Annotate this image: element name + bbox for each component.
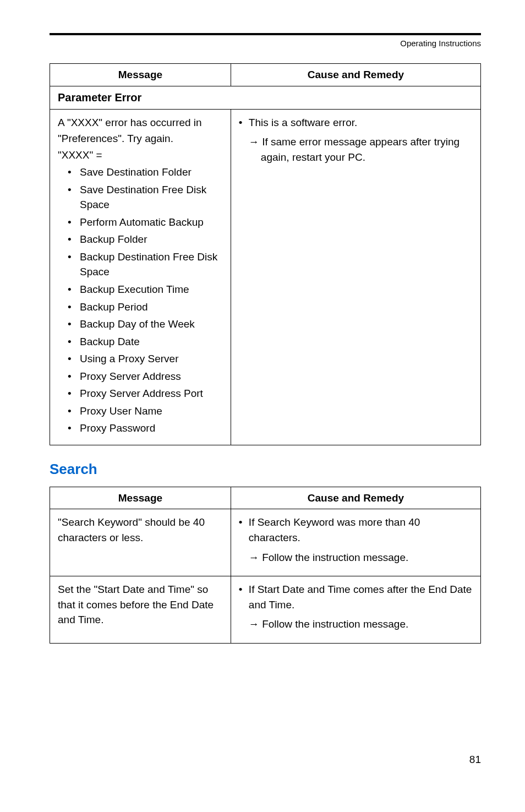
section-parameter-error: Parameter Error <box>50 86 481 109</box>
col-cause: Cause and Remedy <box>231 487 480 509</box>
msg-line: A "XXXX" error has occurred in <box>58 115 223 130</box>
list-item: Backup Period <box>68 299 223 315</box>
list-item: Perform Automatic Backup <box>68 215 223 230</box>
list-item: Using a Proxy Server <box>68 351 223 367</box>
cause-cell: This is a software error. If same error … <box>231 109 480 445</box>
cause-list: If Search Keyword was more than 40 chara… <box>239 515 473 565</box>
cause-list: If Start Date and Time comes after the E… <box>239 582 473 632</box>
col-message: Message <box>50 64 231 86</box>
message-cell: "Search Keyword" should be 40 characters… <box>50 509 231 576</box>
list-item: Backup Destination Free Disk Space <box>68 249 223 280</box>
parameter-error-table: Message Cause and Remedy Parameter Error… <box>50 63 481 445</box>
table-row: A "XXXX" error has occurred in "Preferen… <box>50 109 481 445</box>
msg-line: "Preferences". Try again. <box>58 131 223 146</box>
table-row: Set the "Start Date and Time" so that it… <box>50 576 481 644</box>
list-item: Proxy Server Address Port <box>68 386 223 401</box>
cause-text: If Start Date and Time comes after the E… <box>249 584 472 611</box>
list-item: Backup Date <box>68 334 223 350</box>
header-label: Operating Instructions <box>50 39 481 48</box>
list-item: Proxy Server Address <box>68 369 223 384</box>
remedy-arrow: If same error message appears after tryi… <box>249 134 473 165</box>
message-list: Save Destination Folder Save Destination… <box>58 165 223 436</box>
page-number: 81 <box>50 754 481 766</box>
remedy-arrow: Follow the instruction message. <box>249 617 473 632</box>
cause-text: If Search Keyword was more than 40 chara… <box>249 516 420 543</box>
page-container: Operating Instructions Message Cause and… <box>0 0 525 788</box>
msg-line: "XXXX" = <box>58 148 223 163</box>
col-cause: Cause and Remedy <box>231 64 480 86</box>
cause-item: This is a software error. If same error … <box>239 115 473 165</box>
list-item: Backup Day of the Week <box>68 317 223 332</box>
list-item: Backup Execution Time <box>68 282 223 297</box>
table-section-row: Parameter Error <box>50 86 481 109</box>
header-rule <box>50 33 481 35</box>
list-item: Proxy User Name <box>68 404 223 419</box>
table-header-row: Message Cause and Remedy <box>50 64 481 86</box>
table-header-row: Message Cause and Remedy <box>50 487 481 509</box>
table-row: "Search Keyword" should be 40 characters… <box>50 509 481 576</box>
remedy-arrow: Follow the instruction message. <box>249 550 473 565</box>
list-item: Save Destination Folder <box>68 165 223 180</box>
search-heading: Search <box>50 461 481 478</box>
list-item: Save Destination Free Disk Space <box>68 182 223 212</box>
message-cell: A "XXXX" error has occurred in "Preferen… <box>50 109 231 445</box>
cause-list: This is a software error. If same error … <box>239 115 473 165</box>
cause-cell: If Search Keyword was more than 40 chara… <box>231 509 480 576</box>
cause-item: If Start Date and Time comes after the E… <box>239 582 473 632</box>
cause-text: This is a software error. <box>249 117 357 128</box>
list-item: Proxy Password <box>68 421 223 436</box>
message-cell: Set the "Start Date and Time" so that it… <box>50 576 231 644</box>
cause-cell: If Start Date and Time comes after the E… <box>231 576 480 644</box>
search-table: Message Cause and Remedy "Search Keyword… <box>50 487 481 644</box>
message-intro: A "XXXX" error has occurred in "Preferen… <box>58 115 223 163</box>
list-item: Backup Folder <box>68 232 223 247</box>
col-message: Message <box>50 487 231 509</box>
cause-item: If Search Keyword was more than 40 chara… <box>239 515 473 565</box>
